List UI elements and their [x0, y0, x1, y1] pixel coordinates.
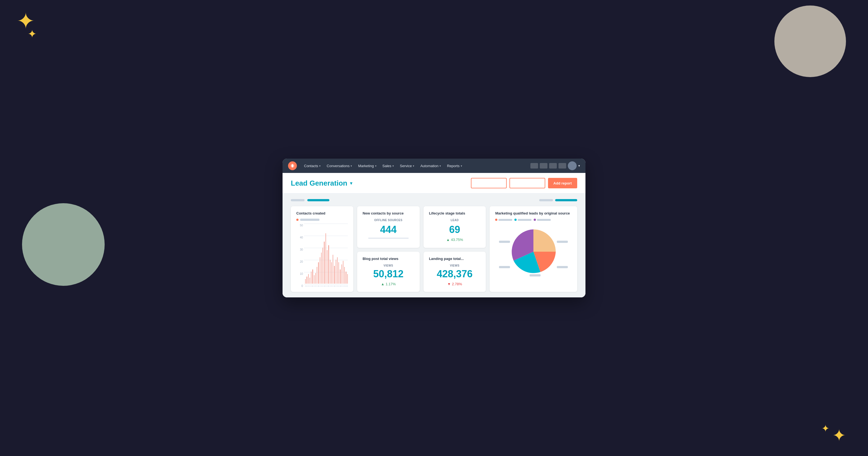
- dashboard-content: Contacts created 50 40 30 20 10 0: [283, 193, 585, 297]
- arrow-up-icon: ▲: [381, 282, 384, 286]
- add-report-button[interactable]: Add report: [548, 178, 577, 188]
- legend-item-3: [534, 219, 551, 221]
- star-decoration-br: ✦: [832, 426, 846, 445]
- nav-contacts[interactable]: Contacts ▾: [301, 162, 323, 170]
- landing-views-value: 428,376: [429, 268, 480, 280]
- legend-text-1: [498, 219, 512, 221]
- navbar: Contacts ▾ Conversations ▾ Marketing ▾ S…: [283, 159, 585, 173]
- blog-views-label: VIEWS: [363, 264, 414, 267]
- offline-sources-value: 444: [363, 224, 414, 236]
- legend-dot: [296, 219, 299, 221]
- filter-button-1[interactable]: [471, 178, 507, 188]
- chevron-down-icon: ▾: [413, 164, 414, 168]
- nav-conversations[interactable]: Conversations ▾: [324, 162, 355, 170]
- bar: [337, 257, 338, 284]
- lead-label: LEAD: [429, 219, 480, 222]
- nav-service[interactable]: Service ▾: [397, 162, 417, 170]
- nav-sales[interactable]: Sales ▾: [380, 162, 397, 170]
- bar: [321, 252, 322, 284]
- filter-bar-right: [539, 199, 577, 201]
- nav-right: ▾: [530, 161, 580, 170]
- bar: [341, 264, 342, 284]
- arrow-down-icon: ▼: [447, 282, 451, 286]
- card-contacts-created: Contacts created 50 40 30 20 10 0: [291, 206, 353, 292]
- hubspot-logo[interactable]: [288, 161, 297, 170]
- lead-value: 69: [429, 224, 480, 236]
- chevron-down-icon: ▾: [393, 164, 394, 168]
- legend-label: [300, 219, 319, 221]
- bar: [333, 255, 333, 284]
- legend-dot-teal: [515, 219, 517, 221]
- star-decoration-tl: ✦: [17, 8, 35, 34]
- lifecycle-change: ▲ 43.75%: [429, 238, 480, 242]
- bar: [324, 242, 324, 284]
- bar: [314, 275, 314, 284]
- nav-marketing[interactable]: Marketing ▾: [355, 162, 379, 170]
- bar: [340, 269, 340, 284]
- nav-grid-button-1[interactable]: [530, 163, 538, 169]
- bar: [320, 257, 320, 284]
- dashboard-title[interactable]: Lead Generation ▾: [291, 179, 352, 187]
- bar: [328, 245, 329, 284]
- card-mql: Marketing qualified leads by original so…: [490, 206, 577, 292]
- bar: [307, 276, 307, 284]
- decorative-circle-cream: [774, 5, 846, 77]
- chart-legend: [296, 219, 348, 221]
- pie-chart: [508, 227, 558, 276]
- contacts-created-title: Contacts created: [296, 211, 348, 215]
- dashboard-title-text: Lead Generation: [291, 179, 347, 187]
- offline-sources-label: OFFLINE SOURCES: [363, 219, 414, 222]
- grid-line-0: 0: [304, 284, 348, 287]
- bar: [305, 279, 306, 284]
- new-contacts-title: New contacts by source: [363, 211, 414, 215]
- nav-menu: Contacts ▾ Conversations ▾ Marketing ▾ S…: [301, 162, 529, 170]
- chevron-down-icon: ▾: [439, 164, 441, 168]
- chevron-down-icon: ▾: [350, 164, 352, 168]
- nav-automation[interactable]: Automation ▾: [417, 162, 444, 170]
- bar: [331, 262, 332, 284]
- legend-dot-orange: [495, 219, 497, 221]
- bar-chart: 50 40 30 20 10 0: [296, 223, 348, 284]
- legend-dot-purple: [534, 219, 536, 221]
- filter-bar: [291, 199, 577, 201]
- nav-grid-button-4[interactable]: [558, 163, 566, 169]
- metric-progress-bar: [368, 238, 409, 239]
- pie-label-br: [557, 266, 568, 268]
- landing-views-change: ▼ 2.78%: [429, 282, 480, 286]
- mql-legend: [495, 219, 572, 221]
- card-blog-views: Blog post total views VIEWS 50,812 ▲ 1.1…: [357, 252, 420, 292]
- filter-button-2[interactable]: [509, 178, 545, 188]
- user-avatar[interactable]: [568, 161, 577, 170]
- bar: [327, 250, 328, 284]
- nav-grid-button-3[interactable]: [549, 163, 557, 169]
- pie-label-tl: [499, 241, 510, 243]
- star-decoration-br2: ✦: [822, 423, 830, 434]
- blog-views-change: ▲ 1.17%: [363, 282, 414, 286]
- nav-reports[interactable]: Reports ▾: [444, 162, 465, 170]
- bar: [326, 233, 326, 284]
- bar: [346, 272, 346, 284]
- card-lifecycle-stage: Lifecycle stage totals LEAD 69 ▲ 43.75%: [424, 206, 486, 248]
- mql-title: Marketing qualified leads by original so…: [495, 211, 572, 215]
- nav-grid-button-2[interactable]: [540, 163, 548, 169]
- bars-container: [305, 223, 348, 284]
- bar: [330, 260, 331, 284]
- chevron-down-icon: ▾: [461, 164, 462, 168]
- bar: [344, 267, 345, 284]
- browser-window: Contacts ▾ Conversations ▾ Marketing ▾ S…: [283, 159, 585, 297]
- bar: [347, 274, 348, 284]
- arrow-up-icon: ▲: [446, 238, 450, 242]
- bar: [338, 262, 339, 284]
- card-landing-views: Landing page total... VIEWS 428,376 ▼ 2.…: [424, 252, 486, 292]
- bar: [334, 266, 335, 284]
- dashboard-dropdown-icon: ▾: [350, 181, 352, 186]
- legend-item-1: [495, 219, 512, 221]
- bar: [308, 274, 309, 284]
- bar: [343, 261, 343, 284]
- avatar-chevron[interactable]: ▾: [578, 164, 580, 168]
- pie-label-tr: [557, 241, 568, 243]
- legend-text-2: [518, 219, 531, 221]
- cards-grid: Contacts created 50 40 30 20 10 0: [291, 206, 577, 292]
- landing-views-title: Landing page total...: [429, 256, 480, 261]
- bar: [310, 278, 310, 284]
